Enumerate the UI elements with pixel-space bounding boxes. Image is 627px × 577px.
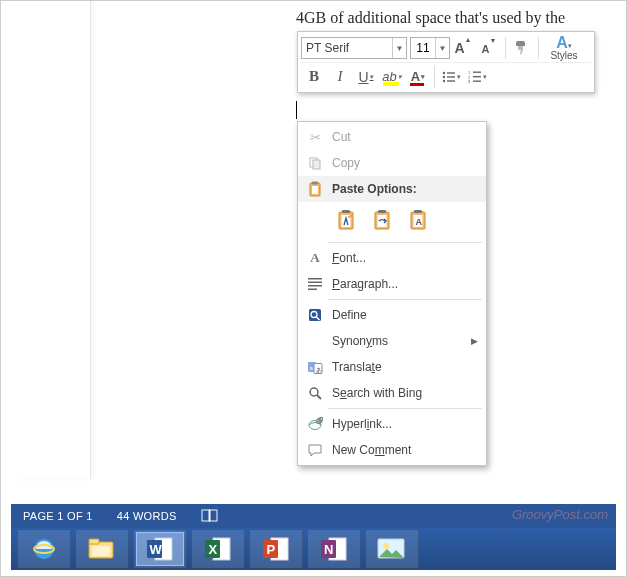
shrink-font-button[interactable]: A▼	[477, 36, 501, 60]
svg-rect-1	[447, 72, 455, 73]
menu-hyperlink[interactable]: Hyperlink...	[298, 411, 486, 437]
menu-copy: Copy	[298, 150, 486, 176]
copy-icon	[304, 156, 326, 170]
svg-point-40	[309, 421, 321, 430]
taskbar-onenote[interactable]: N	[310, 532, 358, 566]
status-page[interactable]: PAGE 1 OF 1	[23, 510, 93, 522]
svg-rect-44	[210, 510, 217, 521]
bullets-button[interactable]: ▾	[439, 65, 463, 89]
svg-rect-7	[473, 71, 481, 72]
font-size-dropdown-icon[interactable]: ▼	[435, 38, 449, 58]
svg-text:W: W	[150, 542, 163, 557]
italic-button[interactable]: I	[328, 65, 352, 89]
define-icon	[304, 308, 326, 322]
highlight-button[interactable]: ab▾	[380, 65, 404, 89]
svg-rect-3	[447, 76, 455, 77]
cut-icon: ✂	[304, 130, 326, 145]
status-word-count[interactable]: 44 WORDS	[117, 510, 177, 522]
taskbar-file-explorer[interactable]	[78, 532, 126, 566]
svg-line-39	[317, 395, 321, 399]
svg-rect-16	[312, 186, 318, 194]
format-painter-icon	[514, 40, 530, 56]
svg-text:3: 3	[468, 79, 471, 84]
svg-rect-50	[92, 546, 110, 556]
submenu-arrow-icon: ▶	[471, 336, 478, 346]
bullets-icon	[442, 70, 456, 84]
paste-merge-formatting[interactable]	[368, 206, 396, 234]
comment-icon	[304, 444, 326, 457]
svg-rect-49	[89, 539, 99, 544]
taskbar-powerpoint[interactable]: P	[252, 532, 300, 566]
styles-button[interactable]: A▾ Styles	[542, 36, 586, 61]
taskbar-internet-explorer[interactable]	[20, 532, 68, 566]
text-cursor	[296, 101, 297, 119]
svg-rect-15	[312, 182, 318, 185]
svg-rect-9	[473, 76, 481, 77]
search-icon	[304, 386, 326, 400]
menu-new-comment[interactable]: New Comment	[298, 437, 486, 463]
numbering-button[interactable]: 123▾	[465, 65, 489, 89]
styles-label: Styles	[550, 50, 577, 61]
menu-paragraph[interactable]: Paragraph...	[298, 271, 486, 297]
font-size-combo[interactable]: 11 ▼	[410, 37, 450, 59]
menu-translate[interactable]: aあ Translate	[298, 354, 486, 380]
menu-font[interactable]: A Font...	[298, 245, 486, 271]
numbering-icon: 123	[468, 70, 482, 84]
paste-keep-text-only[interactable]: A	[404, 206, 432, 234]
document-text[interactable]: 4GB of additional space that's used by t…	[296, 9, 565, 27]
menu-separator	[328, 408, 482, 409]
svg-text:あ: あ	[316, 366, 322, 373]
svg-rect-21	[378, 210, 386, 213]
paste-keep-source-formatting[interactable]	[332, 206, 360, 234]
format-painter-button[interactable]	[510, 36, 534, 60]
separator	[538, 37, 539, 59]
underline-button[interactable]: U▾	[354, 65, 378, 89]
svg-point-38	[310, 388, 318, 396]
font-name-value: PT Serif	[302, 38, 392, 58]
svg-rect-30	[308, 289, 317, 291]
menu-separator	[328, 299, 482, 300]
svg-rect-5	[447, 80, 455, 81]
page-left-margin	[11, 1, 91, 479]
menu-separator	[328, 242, 482, 243]
svg-point-4	[442, 79, 444, 81]
font-name-dropdown-icon[interactable]: ▼	[392, 38, 406, 58]
svg-point-64	[383, 543, 389, 549]
grow-font-button[interactable]: A▲	[451, 36, 475, 60]
svg-rect-29	[308, 285, 322, 287]
font-color-button[interactable]: A▾	[406, 65, 430, 89]
translate-icon: aあ	[304, 361, 326, 374]
svg-point-2	[442, 75, 444, 77]
menu-paste-options-header: Paste Options:	[298, 176, 486, 202]
bold-button[interactable]: B	[302, 65, 326, 89]
separator	[434, 66, 435, 88]
paragraph-icon	[304, 278, 326, 290]
menu-synonyms[interactable]: Synonyms ▶	[298, 328, 486, 354]
svg-rect-24	[414, 210, 422, 213]
svg-text:N: N	[324, 542, 333, 557]
taskbar-word[interactable]: W	[136, 532, 184, 566]
svg-text:X: X	[209, 542, 218, 557]
svg-text:A: A	[416, 217, 423, 227]
separator	[505, 37, 506, 59]
font-size-value: 11	[411, 41, 435, 55]
taskbar-excel[interactable]: X	[194, 532, 242, 566]
svg-rect-11	[473, 80, 481, 81]
menu-search-bing[interactable]: Search with Bing	[298, 380, 486, 406]
svg-rect-13	[313, 160, 320, 169]
paste-options-row: A	[298, 202, 486, 240]
svg-point-0	[442, 71, 444, 73]
svg-rect-28	[308, 282, 322, 284]
menu-cut: ✂ Cut	[298, 124, 486, 150]
taskbar-photos[interactable]	[368, 532, 416, 566]
mini-toolbar: PT Serif ▼ 11 ▼ A▲ A▼ A▾ Styles B I U▾ a…	[297, 31, 595, 93]
font-name-combo[interactable]: PT Serif ▼	[301, 37, 407, 59]
font-icon: A	[304, 250, 326, 266]
status-proofing-icon[interactable]	[201, 509, 219, 524]
svg-text:P: P	[267, 542, 276, 557]
menu-define[interactable]: Define	[298, 302, 486, 328]
taskbar: W X P N	[11, 528, 616, 570]
status-bar: PAGE 1 OF 1 44 WORDS	[11, 504, 616, 528]
svg-rect-43	[202, 510, 209, 521]
svg-rect-27	[308, 278, 322, 280]
